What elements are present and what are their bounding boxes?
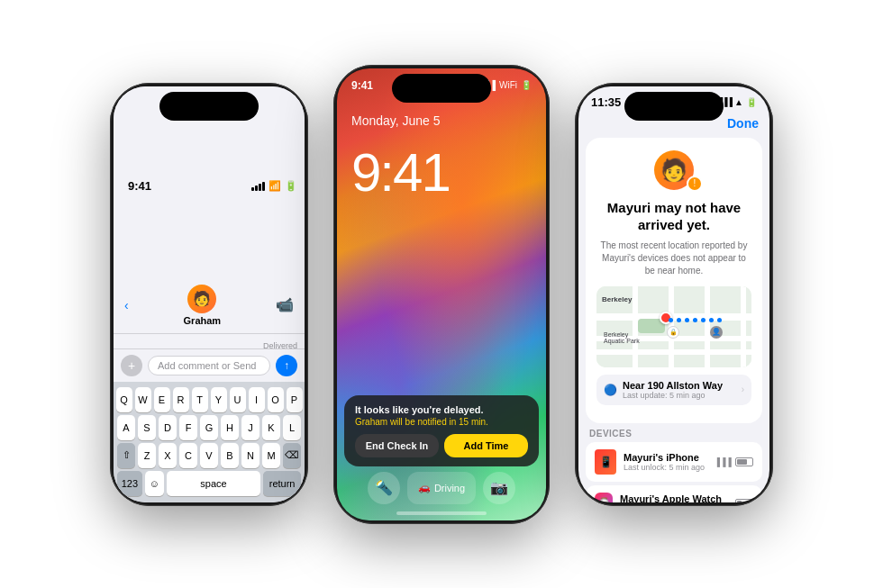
key-j[interactable]: J	[241, 415, 259, 440]
camera-button[interactable]: 📷	[483, 472, 515, 504]
main-scene: 9:41 📶 🔋 ‹ 🧑 Graham	[0, 0, 883, 588]
keyboard-row-2: A S D F G H J K L	[117, 415, 301, 440]
p3-status-time: 11:35	[591, 95, 621, 109]
key-return[interactable]: return	[263, 471, 301, 496]
key-delete[interactable]: ⌫	[283, 443, 301, 468]
key-l[interactable]: L	[283, 415, 301, 440]
key-b[interactable]: B	[221, 443, 239, 468]
messages-header: ‹ 🧑 Graham 📹	[114, 281, 305, 334]
contact-name: Graham	[184, 315, 222, 326]
key-v[interactable]: V	[200, 443, 218, 468]
key-i[interactable]: I	[249, 387, 265, 412]
device2-name: Mayuri's Apple Watch	[620, 493, 728, 502]
battery-bar-2	[735, 499, 753, 502]
ls-battery-icon: 🔋	[521, 80, 532, 90]
key-space[interactable]: space	[167, 471, 260, 496]
key-f[interactable]: F	[179, 415, 197, 440]
car-icon: 🚗	[418, 482, 431, 493]
ls-bottom-icons: 🔦 🚗 Driving 📷	[337, 472, 546, 504]
keyboard: Q W E R T Y U I O P A S D F G H	[114, 382, 305, 502]
signal-bars-icon: ▐▐▐	[715, 457, 732, 466]
p3-avatar-area: 🧑 !	[596, 150, 751, 190]
key-q[interactable]: Q	[116, 387, 132, 412]
battery-icon: 🔋	[285, 180, 297, 192]
battery-fill-1	[737, 459, 747, 465]
key-a[interactable]: A	[117, 415, 135, 440]
device1-info: Mayuri's iPhone Last unlock: 5 min ago	[624, 452, 707, 472]
iphone-icon: 📱	[595, 449, 616, 475]
key-t[interactable]: T	[192, 387, 208, 412]
add-time-button[interactable]: Add Time	[444, 434, 528, 457]
device1-name: Mayuri's iPhone	[624, 452, 707, 463]
map-berkeley-label: Berkeley	[602, 295, 632, 303]
message-input[interactable]: Add comment or Send	[148, 356, 270, 375]
dynamic-island-1	[159, 92, 259, 121]
map-road-h3	[596, 349, 751, 355]
end-check-in-button[interactable]: End Check In	[355, 434, 439, 457]
p3-location-name: Near 190 Allston Way	[623, 380, 736, 391]
map-aquatic-label: BerkeleyAquatic Park	[604, 331, 640, 344]
key-k[interactable]: K	[262, 415, 280, 440]
key-x[interactable]: X	[159, 443, 177, 468]
keyboard-row-1: Q W E R T Y U I O P	[117, 387, 301, 412]
key-p[interactable]: P	[287, 387, 303, 412]
chevron-right-icon: ›	[742, 384, 744, 394]
p3-location-time: Last update: 5 min ago	[623, 391, 736, 400]
battery-bar-1	[735, 457, 753, 466]
p3-location-row[interactable]: 🔵 Near 190 Allston Way Last update: 5 mi…	[596, 375, 751, 405]
checkin-alert-screen: 11:35 ▐▐▐▐ ▲ 🔋 Done 🧑 ! Mayuri may not h…	[578, 86, 769, 502]
p3-headline: Mayuri may not have arrived yet.	[596, 199, 751, 234]
map-dot-trail	[669, 318, 722, 322]
p3-wifi-icon: ▲	[734, 97, 743, 107]
flashlight-button[interactable]: 🔦	[368, 472, 400, 504]
send-button[interactable]: ↑	[276, 355, 297, 376]
map-road-v4	[741, 286, 746, 367]
key-e[interactable]: E	[154, 387, 170, 412]
home-indicator-2	[396, 511, 487, 515]
key-g[interactable]: G	[200, 415, 218, 440]
key-u[interactable]: U	[230, 387, 246, 412]
avatar: 🧑	[187, 285, 216, 313]
key-r[interactable]: R	[173, 387, 189, 412]
key-h[interactable]: H	[221, 415, 239, 440]
key-n[interactable]: N	[241, 443, 259, 468]
back-button[interactable]: ‹	[124, 298, 129, 312]
contact-info: 🧑 Graham	[184, 285, 222, 326]
key-c[interactable]: C	[179, 443, 197, 468]
key-s[interactable]: S	[138, 415, 156, 440]
ls-notif-subtitle: Graham will be notified in 15 min.	[355, 417, 528, 427]
device-row-watch: ⌚ Mayuri's Apple Watch Last upd...	[586, 485, 762, 502]
key-d[interactable]: D	[159, 415, 177, 440]
driving-mode-indicator: 🚗 Driving	[407, 472, 476, 504]
devices-section-label: DEVICES	[586, 429, 762, 439]
key-o[interactable]: O	[268, 387, 284, 412]
map-road-v3	[705, 286, 710, 367]
map-lock-icon: 🔒	[667, 326, 679, 339]
done-button[interactable]: Done	[727, 116, 759, 131]
key-shift[interactable]: ⇧	[117, 443, 135, 468]
add-button[interactable]: +	[121, 355, 142, 376]
lockscreen: 9:41 ▐▐▐ WiFi 🔋 Monday, June 5 9:41 It l…	[337, 68, 546, 520]
device2-info: Mayuri's Apple Watch Last upd...	[620, 493, 728, 502]
ls-time-display: 9:41	[351, 146, 532, 200]
key-z[interactable]: Z	[138, 443, 156, 468]
keyboard-row-4: 123 ☺ space return	[117, 471, 301, 496]
p3-warning-badge: !	[687, 176, 703, 192]
p3-subtext: The most recent location reported by May…	[596, 240, 751, 277]
watch-icon: ⌚	[595, 493, 613, 502]
p3-map[interactable]: 🔒 👤 Berkeley BerkeleyAquatic Park	[596, 286, 751, 367]
ls-date: Monday, June 5	[351, 113, 532, 128]
key-m[interactable]: M	[262, 443, 280, 468]
key-numbers[interactable]: 123	[117, 471, 142, 496]
map-person-icon: 👤	[710, 326, 723, 339]
video-call-button[interactable]: 📹	[276, 296, 294, 313]
wifi-icon: 📶	[269, 180, 281, 192]
battery-fill-2	[737, 501, 742, 502]
location-icon: 🔵	[604, 384, 617, 396]
device1-battery: ▐▐▐	[715, 457, 753, 466]
key-emoji[interactable]: ☺	[145, 471, 164, 496]
phone-checkin-alert: 11:35 ▐▐▐▐ ▲ 🔋 Done 🧑 ! Mayuri may not h…	[575, 83, 773, 506]
key-y[interactable]: Y	[211, 387, 227, 412]
ls-notif-buttons: End Check In Add Time	[355, 434, 528, 457]
key-w[interactable]: W	[135, 387, 151, 412]
